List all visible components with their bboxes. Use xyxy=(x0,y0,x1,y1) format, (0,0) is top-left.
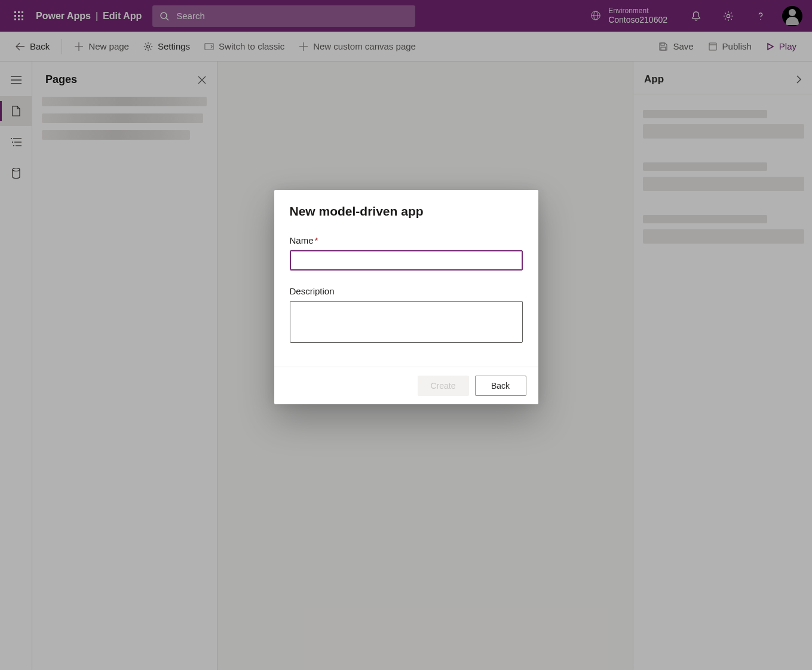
description-field-group: Description xyxy=(290,286,523,343)
description-input[interactable] xyxy=(290,301,523,343)
new-app-modal: New model-driven app Name* Description C… xyxy=(274,190,538,404)
modal-title: New model-driven app xyxy=(290,204,523,219)
required-indicator: * xyxy=(315,235,318,245)
name-input[interactable] xyxy=(290,250,523,271)
name-label: Name* xyxy=(290,235,523,245)
description-label: Description xyxy=(290,286,523,296)
name-field-group: Name* xyxy=(290,235,523,271)
modal-back-button[interactable]: Back xyxy=(475,376,526,396)
create-button[interactable]: Create xyxy=(418,376,469,396)
modal-scrim: New model-driven app Name* Description C… xyxy=(0,0,812,670)
